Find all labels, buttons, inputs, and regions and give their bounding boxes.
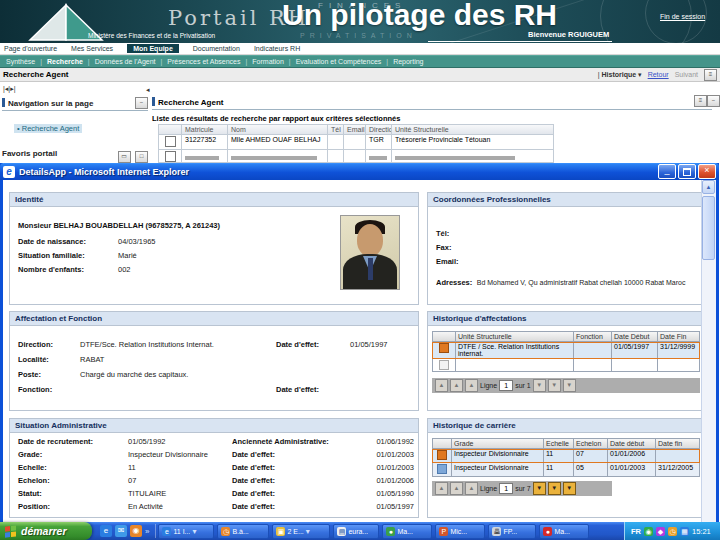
next-block-icon[interactable]: ▼ (548, 482, 561, 495)
agent-photo (340, 215, 400, 290)
birth-label: Date de naissance: (18, 237, 86, 246)
row-checkbox[interactable] (165, 136, 176, 147)
taskbar-button-5[interactable]: ● Ma... (382, 524, 432, 539)
sidebar-collapse-icon[interactable]: ◂ (146, 86, 150, 94)
close-button[interactable]: × (698, 164, 716, 179)
tab-mon-equipe[interactable]: Mon Equipe (127, 44, 179, 53)
col-email[interactable]: Email (344, 124, 366, 135)
situation-label: Position: (18, 502, 50, 511)
next-row-icon[interactable]: ▼ (533, 379, 546, 392)
col-nom[interactable]: Nom (228, 124, 328, 135)
subtab-formation[interactable]: Formation (252, 58, 284, 65)
prev-block-icon[interactable]: ▲ (450, 482, 463, 495)
nav-collapse-icon[interactable]: − (135, 97, 148, 109)
subtab-reporting[interactable]: Reporting (393, 58, 423, 65)
subtab-synthese[interactable]: Synthèse (6, 58, 35, 65)
col-date-debut[interactable]: Date Début (612, 331, 658, 342)
historique-menu[interactable]: | Historique ▾ (598, 71, 642, 79)
quicklaunch-mail-icon[interactable]: ✉ (115, 525, 127, 537)
situation-value: 07 (128, 476, 136, 485)
popup-scrollbar[interactable]: ▲ ▼ (701, 180, 716, 537)
col-date-fin[interactable]: Date Fin (658, 331, 700, 342)
prev-row-icon[interactable]: ▲ (465, 379, 478, 392)
last-page-icon[interactable]: ▼ (563, 482, 576, 495)
quicklaunch-app-icon[interactable]: ◉ (130, 525, 142, 537)
first-page-icon[interactable]: ▲ (435, 379, 448, 392)
taskbar-button-2[interactable]: ◷ B.à... (217, 524, 269, 539)
family-value: Marié (118, 251, 137, 260)
tab-mes-services[interactable]: Mes Services (71, 45, 113, 52)
group-dropdown-icon[interactable]: ▾ (306, 527, 310, 536)
quicklaunch-ie-icon[interactable]: e (100, 525, 112, 537)
hist-car-row[interactable]: Inspecteur Divisionnaire 11 05 01/01/200… (432, 463, 700, 477)
favorites-maximize-icon[interactable]: □ (135, 151, 148, 163)
first-page-icon[interactable]: ▲ (435, 482, 448, 495)
sidebar-item-recherche-agent[interactable]: Recherche Agent (14, 124, 82, 133)
row-checkbox[interactable] (439, 360, 449, 370)
hist-aff-row-empty[interactable] (432, 359, 700, 372)
pager-arrows[interactable]: |◂|▸| (3, 85, 15, 93)
col-echelle[interactable]: Echelle (544, 438, 574, 449)
taskbar-button-powerpoint[interactable]: P Mic... (435, 524, 485, 539)
app-icon: ◷ (221, 527, 230, 536)
next-row-icon[interactable]: ▼ (533, 482, 546, 495)
taskbar-button-printer[interactable]: 🖶 FP... (488, 524, 536, 539)
portlet-menu-icon[interactable]: ≡ (704, 69, 717, 81)
prev-row-icon[interactable]: ▲ (465, 482, 478, 495)
col-fonction[interactable]: Fonction (574, 331, 612, 342)
minimize-button[interactable]: _ (658, 164, 676, 179)
tray-app-icon[interactable]: ◆ (656, 527, 665, 536)
col-date-debut[interactable]: Date début (608, 438, 656, 449)
group-dropdown-icon[interactable]: ▾ (192, 527, 196, 536)
scrollbar-thumb[interactable] (702, 196, 715, 260)
selected-row-marker[interactable] (437, 450, 447, 460)
col-grade[interactable]: Grade (452, 438, 544, 449)
row-marker[interactable] (437, 464, 447, 474)
next-block-icon[interactable]: ▼ (548, 379, 561, 392)
tab-indicateurs-rh[interactable]: Indicateurs RH (254, 45, 300, 52)
last-page-icon[interactable]: ▼ (563, 379, 576, 392)
hist-car-row-selected[interactable]: Inspecteur Divisionnaire 11 07 01/01/200… (432, 449, 700, 463)
col-direction[interactable]: Direction (366, 124, 392, 135)
pager-current-input[interactable]: 1 (499, 483, 513, 494)
start-button[interactable]: démarrer (0, 522, 92, 540)
subtab-presences-absences[interactable]: Présences et Absences (167, 58, 240, 65)
col-matricule[interactable]: Matricule (182, 124, 228, 135)
address-line: Adresses: Bd Mohamed V, Qu administratif… (436, 271, 698, 289)
retour-link[interactable]: Retour (648, 71, 669, 78)
tray-network-icon[interactable]: ▦ (680, 527, 689, 536)
col-date-fin[interactable]: Date fin (656, 438, 700, 449)
taskbar-button-8[interactable]: ● Ma... (539, 524, 589, 539)
tab-documentation[interactable]: Documentation (193, 45, 240, 52)
subtab-recherche[interactable]: Recherche (47, 58, 83, 65)
table-row[interactable]: 31227352 Mlle AHMED OUAF BELHAJ TGR Trés… (158, 135, 554, 150)
pager-current-input[interactable]: 1 (499, 380, 513, 391)
language-indicator[interactable]: FR (631, 527, 641, 536)
subtab-donnees-agent[interactable]: Données de l'Agent (95, 58, 156, 65)
taskbar-button-explorer-group[interactable]: ▣ 2 E... ▾ (272, 524, 330, 539)
row-checkbox[interactable] (165, 151, 176, 162)
scroll-up-icon[interactable]: ▲ (702, 180, 715, 194)
quicklaunch-overflow-icon[interactable]: » (145, 527, 149, 536)
col-echelon[interactable]: Echelon (574, 438, 608, 449)
suivant-link[interactable]: Suivant (675, 71, 698, 78)
col-unite-structurelle[interactable]: Unité Structurelle (456, 331, 574, 342)
col-unite[interactable]: Unité Structurelle (392, 124, 554, 135)
hist-aff-row-selected[interactable]: DTFE / Sce. Relation Institutions intern… (432, 342, 700, 359)
tray-clock-icon[interactable]: ◷ (668, 527, 677, 536)
popup-title-bar[interactable]: e DetailsApp - Microsoft Internet Explor… (0, 163, 719, 180)
favorites-window-icon[interactable]: ▭ (118, 151, 131, 163)
tab-page-douverture[interactable]: Page d'ouverture (4, 45, 57, 52)
table-row-partial[interactable] (158, 150, 554, 163)
selected-row-marker[interactable] (439, 343, 449, 353)
taskbar-button-ie-group[interactable]: e 11 I... ▾ (158, 524, 214, 539)
tray-msn-icon[interactable]: ◉ (644, 527, 653, 536)
subtab-evaluation-competences[interactable]: Evaluation et Compétences (296, 58, 382, 65)
col-tel[interactable]: Tél (328, 124, 344, 135)
taskbar-button-4[interactable]: ▤ eura... (333, 524, 379, 539)
end-session-link[interactable]: Fin de session (660, 13, 705, 20)
hist-car-header-row: Grade Echelle Echelon Date début Date fi… (432, 438, 700, 449)
prev-block-icon[interactable]: ▲ (450, 379, 463, 392)
folder-icon: ▣ (276, 527, 285, 536)
maximize-button[interactable] (678, 164, 696, 179)
